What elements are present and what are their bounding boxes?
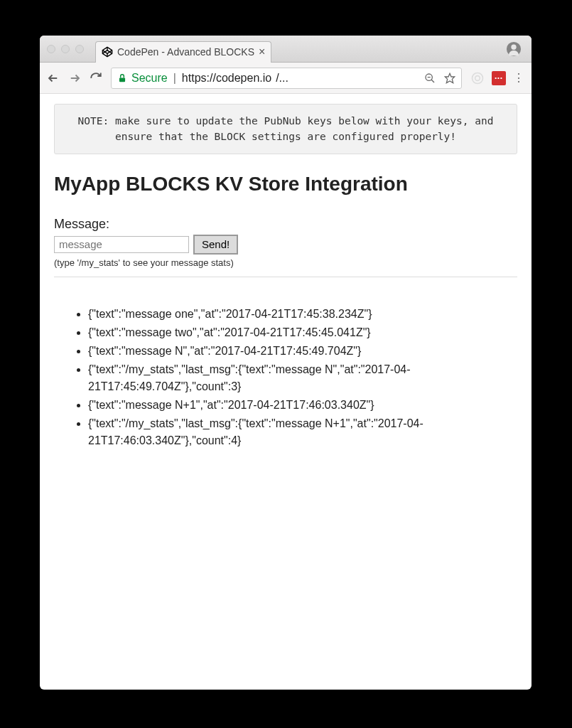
send-button[interactable]: Send!	[193, 235, 238, 255]
browser-tab[interactable]: CodePen - Advanced BLOCKS ×	[95, 41, 271, 63]
user-avatar-icon[interactable]	[506, 41, 522, 57]
lock-icon	[117, 73, 127, 83]
tab-title: CodePen - Advanced BLOCKS	[117, 46, 254, 58]
page-heading: MyApp BLOCKS KV Store Integration	[54, 173, 517, 196]
browser-window: CodePen - Advanced BLOCKS × Secure | htt…	[40, 36, 531, 690]
browser-menu-icon[interactable]: ⋮	[513, 71, 524, 85]
svg-rect-5	[119, 77, 125, 82]
list-item: {"text":"/my_stats","last_msg":{"text":"…	[88, 361, 517, 395]
secure-label: Secure	[131, 72, 168, 85]
url-host: https://codepen.io	[182, 72, 271, 85]
divider	[54, 277, 517, 277]
close-window-icon[interactable]	[47, 45, 55, 53]
url-separator: |	[173, 72, 176, 85]
minimize-window-icon[interactable]	[61, 45, 70, 53]
titlebar: CodePen - Advanced BLOCKS ×	[40, 36, 531, 63]
list-item: {"text":"message N+1","at":"2017-04-21T1…	[88, 397, 517, 414]
input-row: Send!	[54, 235, 517, 255]
hint-text: (type '/my_stats' to see your message st…	[54, 257, 517, 268]
svg-point-11	[475, 75, 480, 80]
url-input[interactable]: Secure | https://codepen.io/...	[111, 68, 462, 89]
extension-circle-icon[interactable]	[470, 71, 485, 85]
message-input[interactable]	[54, 236, 189, 253]
tab-close-icon[interactable]: ×	[259, 46, 265, 58]
bookmark-star-icon[interactable]	[444, 73, 455, 84]
list-item: {"text":"message one","at":"2017-04-21T1…	[88, 306, 517, 323]
reload-button[interactable]	[90, 72, 102, 85]
address-bar: Secure | https://codepen.io/... ••• ⋮	[40, 63, 531, 94]
extension-icons: ••• ⋮	[470, 71, 524, 85]
codepen-icon	[102, 46, 113, 58]
list-item: {"text":"message N","at":"2017-04-21T17:…	[88, 343, 517, 360]
url-path: /...	[276, 72, 288, 85]
list-item: {"text":"message two","at":"2017-04-21T1…	[88, 324, 517, 341]
note-box: NOTE: make sure to update the PubNub key…	[54, 104, 517, 154]
message-label: Message:	[54, 217, 517, 232]
list-item: {"text":"/my_stats","last_msg":{"text":"…	[88, 415, 517, 449]
traffic-lights	[47, 45, 84, 53]
svg-line-7	[431, 80, 434, 82]
svg-point-10	[473, 73, 483, 83]
svg-point-4	[511, 45, 516, 50]
forward-button[interactable]	[68, 72, 81, 85]
back-button[interactable]	[47, 72, 60, 85]
zoom-icon[interactable]	[424, 73, 436, 84]
svg-marker-9	[445, 73, 454, 82]
maximize-window-icon[interactable]	[75, 45, 84, 53]
page-content: NOTE: make sure to update the PubNub key…	[40, 94, 531, 690]
message-list: {"text":"message one","at":"2017-04-21T1…	[54, 306, 517, 449]
lastpass-extension-icon[interactable]: •••	[492, 71, 506, 85]
